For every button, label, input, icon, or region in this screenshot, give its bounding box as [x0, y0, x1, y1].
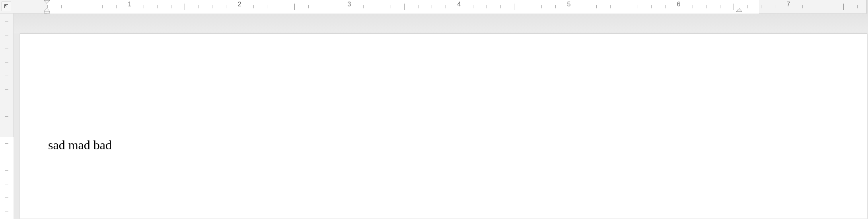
ruler-tick-half	[404, 4, 405, 10]
document-page[interactable]: sad mad bad	[20, 33, 867, 219]
ruler-tick-minor	[830, 5, 830, 8]
ruler-tick-minor	[308, 5, 309, 8]
ruler-label: 5	[567, 1, 571, 8]
ruler-tick-half	[75, 4, 75, 10]
ruler-tick-minor	[693, 5, 693, 8]
ruler-tick-minor	[212, 5, 212, 8]
ruler-tick-minor	[5, 116, 8, 117]
ruler-tick-minor	[5, 35, 8, 35]
ruler-tick-minor	[555, 5, 556, 8]
ruler-tick-minor	[665, 5, 666, 8]
ruler-tick-minor	[638, 5, 638, 8]
ruler-tick-half	[843, 4, 844, 10]
ruler-tick-minor	[5, 62, 8, 63]
ruler-tick-minor	[857, 5, 858, 8]
ruler-tick-half	[514, 4, 514, 10]
ruler-tick-minor	[802, 5, 803, 8]
ruler-tick-half	[294, 4, 295, 10]
ruler-tick-minor	[500, 5, 501, 8]
document-workspace: sad mad bad	[14, 14, 868, 219]
ruler-tick-minor	[5, 184, 8, 184]
ruler-tick-minor	[596, 5, 597, 8]
ruler-tick-minor	[5, 103, 8, 103]
ruler-label: 3	[348, 1, 351, 8]
horizontal-ruler[interactable]: 1234567	[0, 0, 868, 14]
ruler-tick-minor	[5, 49, 8, 49]
ruler-tick-minor	[61, 5, 62, 8]
ruler-tick-minor	[47, 5, 48, 8]
ruler-tick-minor	[5, 197, 8, 198]
ruler-tick-minor	[157, 5, 158, 8]
right-indent-marker[interactable]	[736, 8, 742, 14]
ruler-tick-minor	[5, 22, 8, 22]
ruler-label: 4	[457, 1, 461, 8]
ruler-label: 1	[128, 1, 132, 8]
ruler-tick-minor	[446, 5, 446, 8]
ruler-tick-minor	[5, 211, 8, 211]
vertical-ruler[interactable]	[0, 14, 14, 219]
ruler-tick-minor	[391, 5, 391, 8]
ruler-label: 2	[238, 1, 241, 8]
ruler-tick-minor	[5, 157, 8, 157]
ruler-tick-minor	[610, 5, 611, 8]
ruler-tick-minor	[583, 5, 583, 8]
ruler-label: 6	[677, 1, 681, 8]
ruler-tick-minor	[171, 5, 171, 8]
ruler-tick-minor	[336, 5, 336, 8]
horizontal-ruler-active-region	[47, 0, 759, 14]
ruler-tick-minor	[706, 5, 706, 8]
ruler-tick-minor	[651, 5, 652, 8]
ruler-tick-half	[185, 4, 185, 10]
tab-stop-icon	[4, 4, 9, 9]
ruler-tick-half	[734, 4, 734, 10]
ruler-tick-minor	[116, 5, 117, 8]
ruler-tick-minor	[377, 5, 377, 8]
workspace-shade	[14, 14, 868, 33]
ruler-tick-minor	[226, 5, 226, 8]
ruler-tick-minor	[102, 5, 103, 8]
svg-rect-0	[44, 11, 50, 13]
ruler-tick-minor	[5, 170, 8, 171]
ruler-tick-minor	[5, 143, 8, 144]
ruler-tick-minor	[5, 76, 8, 76]
ruler-tick-minor	[528, 5, 528, 8]
ruler-tick-minor	[199, 5, 199, 8]
ruler-tick-minor	[253, 5, 254, 8]
ruler-tick-minor	[363, 5, 364, 8]
ruler-label: 7	[787, 1, 790, 8]
tab-stop-selector-button[interactable]	[2, 2, 11, 11]
ruler-tick-minor	[418, 5, 418, 8]
ruler-tick-minor	[761, 5, 761, 8]
ruler-tick-minor	[281, 5, 281, 8]
ruler-tick-minor	[89, 5, 89, 8]
ruler-tick-minor	[322, 5, 322, 8]
ruler-tick-minor	[816, 5, 816, 8]
ruler-tick-minor	[473, 5, 473, 8]
horizontal-ruler-track[interactable]: 1234567	[20, 0, 868, 14]
ruler-tick-minor	[5, 89, 8, 90]
document-body-text[interactable]: sad mad bad	[48, 137, 839, 153]
ruler-tick-minor	[432, 5, 432, 8]
first-line-indent-marker[interactable]	[44, 0, 50, 6]
ruler-tick-minor	[541, 5, 542, 8]
ruler-tick-minor	[144, 5, 144, 8]
ruler-tick-minor	[487, 5, 487, 8]
ruler-tick-minor	[5, 130, 8, 130]
ruler-tick-minor	[775, 5, 775, 8]
left-indent-marker[interactable]	[44, 8, 50, 14]
vertical-ruler-active-region	[0, 137, 14, 219]
ruler-tick-minor	[720, 5, 720, 8]
ruler-tick-minor	[747, 5, 748, 8]
ruler-tick-minor	[267, 5, 267, 8]
ruler-tick-minor	[34, 5, 34, 8]
ruler-tick-half	[624, 4, 624, 10]
scroll-edge	[866, 0, 868, 14]
